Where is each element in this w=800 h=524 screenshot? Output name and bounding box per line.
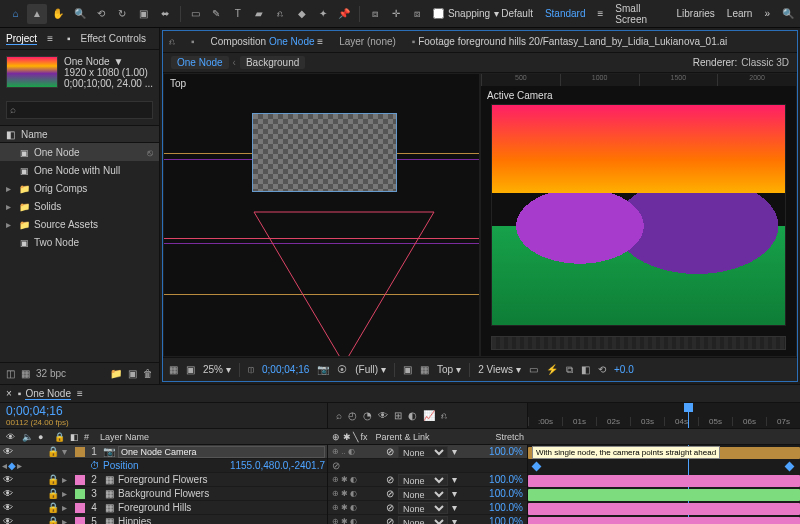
timeline-close-icon[interactable]: ×	[6, 388, 12, 399]
current-time-display[interactable]: 0;00;04;16	[6, 404, 321, 418]
layer-color-label[interactable]	[75, 475, 85, 485]
snapping-toggle[interactable]: Snapping ▾	[433, 8, 499, 19]
pickwhip-icon[interactable]: ⊘	[386, 446, 394, 457]
workspace-menu-icon[interactable]: ≡	[598, 8, 604, 19]
col-label[interactable]: ◧	[70, 432, 80, 442]
col-lock[interactable]: 🔒	[54, 432, 66, 442]
project-item-solids[interactable]: ▸ 📁 Solids	[0, 197, 159, 215]
lock-icon[interactable]: 🔒	[47, 502, 59, 513]
tab-project[interactable]: Project	[6, 33, 37, 45]
reset-exposure-icon[interactable]: ⟲	[598, 364, 606, 375]
workspace-small[interactable]: Small Screen	[615, 3, 664, 25]
playhead-indicator[interactable]	[688, 403, 689, 428]
graph-editor-icon[interactable]: 📈	[423, 410, 435, 421]
snapshot-icon[interactable]: 📷	[317, 364, 329, 375]
lock-icon[interactable]: 🔒	[47, 474, 59, 485]
puppet-tool-icon[interactable]: 📌	[335, 4, 354, 24]
home-icon[interactable]: ⌂	[6, 4, 25, 24]
parent-dropdown[interactable]: None	[398, 502, 448, 514]
workspace-overflow-icon[interactable]: »	[764, 8, 770, 19]
brush-tool-icon[interactable]: ▰	[249, 4, 268, 24]
tab-effect-controls-icon[interactable]: ▪	[67, 33, 71, 44]
alpha-toggle-icon[interactable]: ▦	[169, 364, 178, 375]
pickwhip-icon[interactable]: ⊘	[386, 502, 394, 513]
chevron-down-icon[interactable]: ▾	[452, 474, 457, 485]
view-dropdown[interactable]: Top ▾	[437, 364, 461, 375]
text-tool-icon[interactable]: T	[228, 4, 247, 24]
layer-row-5[interactable]: 👁 🔒 ▸ 5 ▦ Hippies	[0, 515, 327, 524]
workspace-default[interactable]: Default	[501, 8, 533, 19]
parent-dropdown[interactable]: None	[398, 474, 448, 486]
composition-mini-flowchart-icon[interactable]: ◴	[348, 410, 357, 421]
chevron-down-icon[interactable]: ▾	[452, 446, 457, 457]
project-item-one-node-with-null[interactable]: ▣ One Node with Null	[0, 161, 159, 179]
visibility-toggle-icon[interactable]: 👁	[2, 502, 14, 513]
resolution-toggle-icon[interactable]: ⎅	[248, 364, 254, 375]
layer-row-1[interactable]: 👁 🔒 ▾ 1 📷	[0, 445, 327, 459]
layer-color-label[interactable]	[75, 447, 85, 457]
project-item-two-node[interactable]: ▣ Two Node	[0, 233, 159, 251]
axis-world-icon[interactable]: ✛	[386, 4, 405, 24]
layer-track-4[interactable]	[528, 503, 800, 515]
stretch-value[interactable]: 100.0%	[489, 474, 523, 485]
flowchart-btn-icon[interactable]: ◧	[581, 364, 590, 375]
eraser-tool-icon[interactable]: ◆	[292, 4, 311, 24]
parent-dropdown[interactable]: None	[398, 488, 448, 500]
axis-view-icon[interactable]: ⧇	[408, 4, 427, 24]
layer-row-4[interactable]: 👁 🔒 ▸ 4 ▦ Foreground Hills	[0, 501, 327, 515]
layer-switches-3[interactable]: ⊕ ✱ ◐ ⊘ None ▾ 100.0%	[328, 487, 527, 501]
col-stretch[interactable]: Stretch	[495, 432, 524, 442]
orbit-tool-icon[interactable]: ⟲	[91, 4, 110, 24]
tag-icon[interactable]: ◧	[6, 129, 15, 140]
col-solo[interactable]: ●	[38, 432, 50, 442]
shy-toggle-icon[interactable]: 👁	[378, 410, 388, 421]
col-video[interactable]: 👁	[6, 432, 18, 442]
visibility-toggle-icon[interactable]: 👁	[2, 516, 14, 524]
layer-track-5[interactable]	[528, 517, 800, 524]
pan-behind-tool-icon[interactable]: ⬌	[155, 4, 174, 24]
keyframe[interactable]	[785, 462, 795, 472]
property-row-position[interactable]: ◂◆▸ ⏱ Position 1155.0,480.0,-2401.7	[0, 459, 327, 473]
chevron-down-icon[interactable]: ▾	[452, 516, 457, 524]
stretch-value[interactable]: 100.0%	[489, 446, 523, 457]
axis-local-icon[interactable]: ⧈	[365, 4, 384, 24]
expand-arrow-icon[interactable]: ▾	[62, 446, 72, 457]
tab-composition[interactable]: Composition One Node ≡	[211, 36, 324, 47]
rotate-tool-icon[interactable]: ↻	[113, 4, 132, 24]
keyframe[interactable]	[532, 462, 542, 472]
visibility-toggle-icon[interactable]: 👁	[2, 474, 14, 485]
layer-switches-5[interactable]: ⊕ ✱ ◐ ⊘ None ▾ 100.0%	[328, 515, 527, 524]
breadcrumb-background[interactable]: Background	[240, 56, 305, 69]
stopwatch-icon[interactable]: ⏱	[90, 460, 100, 471]
comp-marker-icon[interactable]: ▪	[191, 36, 195, 47]
lock-icon[interactable]: 🔒	[47, 488, 59, 499]
lock-icon[interactable]: 🔒	[47, 446, 59, 457]
project-item-source-assets[interactable]: ▸ 📁 Source Assets	[0, 215, 159, 233]
interpret-footage-icon[interactable]: ◫	[6, 368, 15, 379]
stretch-value[interactable]: 100.0%	[489, 502, 523, 513]
workspace-libraries[interactable]: Libraries	[677, 8, 715, 19]
col-index[interactable]: #	[84, 432, 96, 442]
zoom-level[interactable]: 25% ▾	[203, 364, 231, 375]
visibility-toggle-icon[interactable]: 👁	[2, 488, 14, 499]
project-item-one-node[interactable]: ▣ One Node⎋	[0, 143, 159, 161]
transparency-grid-icon[interactable]: ▦	[420, 364, 429, 375]
pickwhip-icon[interactable]: ⊘	[386, 516, 394, 524]
bit-depth-icon[interactable]: ▦	[21, 368, 30, 379]
workspace-standard[interactable]: Standard	[545, 8, 586, 19]
draft-3d-icon[interactable]: ◔	[363, 410, 372, 421]
visibility-toggle-icon[interactable]: 👁	[2, 446, 14, 457]
roto-tool-icon[interactable]: ✦	[313, 4, 332, 24]
chevron-down-icon[interactable]: ▾	[452, 502, 457, 513]
lock-icon[interactable]: 🔒	[47, 516, 59, 524]
panel-menu-icon[interactable]: ≡	[317, 36, 323, 47]
layer-color-label[interactable]	[75, 489, 85, 499]
project-search-input[interactable]	[6, 101, 153, 119]
grid-toggle-icon[interactable]: ▣	[186, 364, 195, 375]
layer-switches-2[interactable]: ⊕ ✱ ◐ ⊘ None ▾ 100.0%	[328, 473, 527, 487]
hand-tool-icon[interactable]: ✋	[49, 4, 68, 24]
layer-name-input[interactable]	[118, 446, 325, 458]
project-panel-menu-icon[interactable]: ≡	[47, 33, 53, 44]
layer-track-3[interactable]	[528, 489, 800, 501]
project-item-orig-comps[interactable]: ▸ 📁 Orig Comps	[0, 179, 159, 197]
